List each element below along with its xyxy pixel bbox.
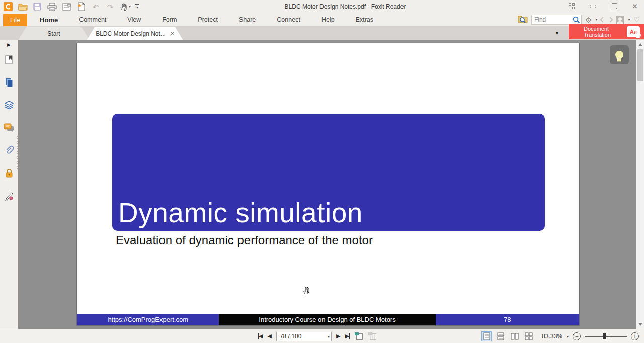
bookmarks-icon[interactable] xyxy=(4,54,15,65)
facing-view-icon[interactable] xyxy=(510,331,520,341)
slide-subtitle: Evaluation of dynamic performance of the… xyxy=(116,233,373,247)
lightbulb-icon xyxy=(615,51,623,59)
continuous-facing-view-icon[interactable] xyxy=(524,331,534,341)
zoom-slider[interactable] xyxy=(585,333,627,340)
save-icon[interactable] xyxy=(32,2,42,12)
last-page-button[interactable]: ▶ xyxy=(345,333,350,339)
app-gallery-icon[interactable] xyxy=(568,3,576,10)
window-controls: ✕ xyxy=(568,3,639,10)
email-icon[interactable] xyxy=(61,2,71,12)
attachments-icon[interactable] xyxy=(4,145,15,156)
document-tab-bar: Start BLDC Motor Design Not... × ▼ xyxy=(0,26,644,40)
scroll-up-icon[interactable] xyxy=(638,43,642,46)
create-pdf-icon[interactable] xyxy=(76,2,86,12)
account-caret-icon[interactable]: ▾ xyxy=(628,18,630,22)
minimize-button[interactable] xyxy=(589,3,597,10)
restore-button[interactable] xyxy=(610,3,618,10)
zoom-in-button[interactable]: + xyxy=(631,332,639,340)
full-text-search-icon[interactable] xyxy=(518,15,528,25)
menu-items: Home Comment View Form Protect Share Con… xyxy=(29,13,384,26)
page-number-input[interactable] xyxy=(276,332,332,341)
page-number-box: ▾ xyxy=(276,331,332,341)
redo-icon[interactable]: ↷ xyxy=(105,2,115,12)
slide-title: Dynamic simulation xyxy=(118,198,363,228)
print-icon[interactable] xyxy=(47,2,57,12)
pdf-page[interactable]: Dynamic simulation Evaluation of dynamic… xyxy=(76,43,580,326)
close-button[interactable]: ✕ xyxy=(631,3,639,10)
tab-start-label: Start xyxy=(47,30,60,37)
slide-footer-page-number: 78 xyxy=(436,314,579,325)
first-page-button[interactable]: ◀ xyxy=(258,333,263,339)
slide-footer-course: Introductory Course on Design of BLDC Mo… xyxy=(219,314,435,325)
foxit-logo-icon xyxy=(3,2,13,12)
slide-footer: https://ComProgExpert.com Introductory C… xyxy=(77,314,579,325)
menu-extras-tab[interactable]: Extras xyxy=(345,16,384,23)
toolbar-options-icon[interactable]: ▾ xyxy=(135,4,139,10)
hand-tool-caret-icon[interactable]: ▾ xyxy=(129,5,131,9)
menu-connect-tab[interactable]: Connect xyxy=(266,16,311,23)
history-forward-icon[interactable] xyxy=(608,17,613,22)
find-box xyxy=(531,15,582,25)
page-number-caret-icon[interactable]: ▾ xyxy=(328,334,330,339)
undo-icon[interactable]: ↶ xyxy=(91,2,101,12)
menu-home-tab[interactable]: Home xyxy=(29,16,68,24)
navigation-side-panel: ▶ xyxy=(0,40,18,329)
menu-view-tab[interactable]: View xyxy=(117,16,151,23)
zoom-caret-icon[interactable]: ▾ xyxy=(567,334,569,339)
next-page-button[interactable]: ▶ xyxy=(336,333,340,339)
menu-comment-tab[interactable]: Comment xyxy=(68,16,117,23)
vertical-scrollbar[interactable] xyxy=(636,40,644,329)
continuous-view-icon[interactable] xyxy=(496,331,506,341)
window-title: BLDC Motor Design Notes.pdf - Foxit Read… xyxy=(285,3,406,10)
menu-form-tab[interactable]: Form xyxy=(151,16,187,23)
page-navigation: ◀ ◀ ▾ ▶ ▶ xyxy=(258,331,377,341)
favorite-heart-icon[interactable]: ♡ xyxy=(633,16,640,23)
zoom-controls: 83.33% ▾ − + xyxy=(481,331,639,341)
grab-hand-cursor xyxy=(302,284,312,298)
slide-title-box: Dynamic simulation xyxy=(112,114,545,231)
comments-icon[interactable] xyxy=(4,122,15,133)
layers-icon[interactable] xyxy=(4,100,15,111)
tab-document-label: BLDC Motor Design Not... xyxy=(96,30,166,37)
hand-tool-button[interactable]: ▾ xyxy=(120,2,131,11)
previous-page-button[interactable]: ◀ xyxy=(267,333,271,339)
find-toolbar: ⚙ ▾ ▾ ♡ xyxy=(518,14,640,25)
settings-caret-icon[interactable]: ▾ xyxy=(595,18,597,22)
status-bar: ◀ ◀ ▾ ▶ ▶ 83.33% ▾ − + xyxy=(0,329,644,343)
menu-protect-tab[interactable]: Protect xyxy=(187,16,228,23)
settings-gear-icon[interactable]: ⚙ xyxy=(585,16,592,24)
menu-file-tab[interactable]: File xyxy=(3,14,27,26)
digital-signature-icon[interactable] xyxy=(4,190,15,201)
hand-tool-icon xyxy=(120,2,128,11)
security-lock-icon[interactable] xyxy=(4,167,15,179)
assistant-lightbulb-button[interactable] xyxy=(610,45,629,64)
open-file-icon[interactable] xyxy=(18,2,28,12)
document-canvas[interactable]: Dynamic simulation Evaluation of dynamic… xyxy=(18,40,636,329)
quick-access-toolbar: ↶ ↷ ▾ ▾ xyxy=(3,2,139,12)
ribbon-menu-bar: File Home Comment View Form Protect Shar… xyxy=(0,13,644,26)
document-translation-label: Document Translation xyxy=(569,26,611,38)
tab-document[interactable]: BLDC Motor Design Not... × xyxy=(87,27,183,40)
zoom-out-button[interactable]: − xyxy=(573,332,581,340)
menu-help-tab[interactable]: Help xyxy=(311,16,345,23)
single-page-view-icon[interactable] xyxy=(481,331,492,341)
tab-list-caret-icon[interactable]: ▼ xyxy=(555,31,559,36)
document-translation-badge[interactable]: Document Translation Aa xyxy=(569,24,644,39)
account-avatar[interactable] xyxy=(616,16,624,24)
zoom-percentage[interactable]: 83.33% xyxy=(542,333,562,340)
expand-panel-icon[interactable]: ▶ xyxy=(7,42,11,47)
translate-aa-icon: Aa xyxy=(627,26,640,37)
next-view-icon xyxy=(368,332,377,340)
slide-footer-url: https://ComProgExpert.com xyxy=(77,314,219,325)
zoom-slider-handle[interactable] xyxy=(603,333,606,339)
menu-share-tab[interactable]: Share xyxy=(228,16,266,23)
tab-start[interactable]: Start xyxy=(18,27,90,40)
title-bar: ↶ ↷ ▾ ▾ BLDC Motor Design Notes.pdf - Fo… xyxy=(0,0,644,13)
previous-view-icon[interactable] xyxy=(355,332,364,340)
scrollbar-thumb[interactable] xyxy=(637,49,643,81)
tab-close-icon[interactable]: × xyxy=(171,30,174,37)
page-thumbnails-icon[interactable] xyxy=(4,77,15,88)
scroll-down-icon[interactable] xyxy=(638,323,642,326)
history-back-icon[interactable] xyxy=(600,17,606,22)
